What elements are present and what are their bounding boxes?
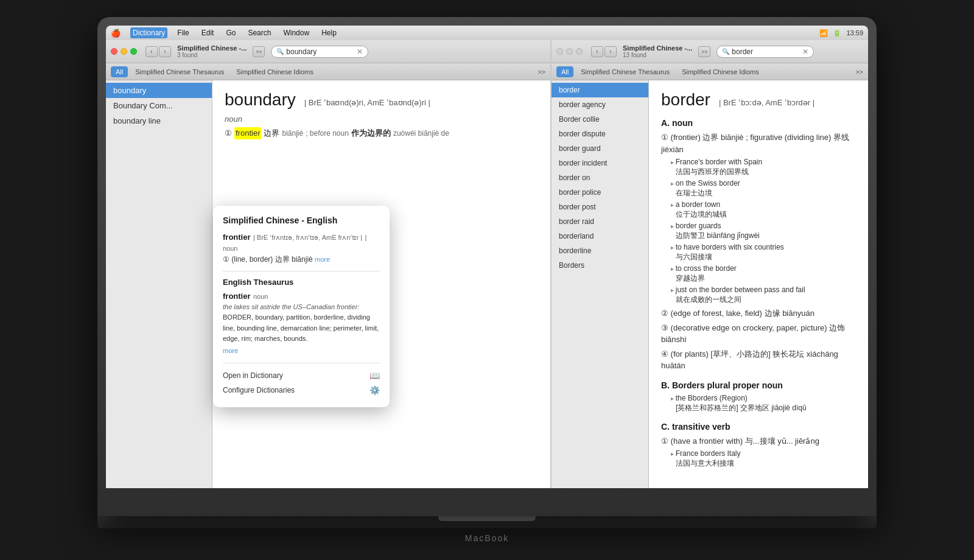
right-sidebar-border-dispute[interactable]: border dispute: [552, 127, 648, 141]
right-ex1d: border guards: [671, 222, 856, 230]
def-num-1: ①: [225, 127, 232, 139]
tab-idioms-right[interactable]: Simplified Chinese Idioms: [677, 66, 764, 77]
right-def-3: ③ (decorative edge on crockery, paper, p…: [661, 322, 856, 346]
right-traffic-lights: [556, 48, 583, 55]
right-sidebar-border-agency[interactable]: border agency: [552, 97, 648, 112]
popup-more-link[interactable]: more: [315, 256, 330, 263]
right-ex1b: on the Swiss border: [671, 179, 856, 187]
clock: 13:59: [846, 29, 863, 37]
right-ex1d-cn: 边防警卫 biānfáng jǐngwèi: [676, 231, 856, 241]
popup-word: frontier: [223, 233, 251, 242]
menu-file[interactable]: File: [175, 27, 191, 38]
right-sidebar-border-incident[interactable]: border incident: [552, 156, 648, 170]
right-search-text: border: [732, 47, 802, 56]
popup-actions: Open in Dictionary 📖 Configure Dictionar…: [223, 363, 380, 397]
tab-all-left[interactable]: All: [111, 66, 128, 77]
right-def-1: ① (frontier) 边界 biānjiè ; figurative (di…: [661, 131, 856, 155]
configure-dictionaries-button[interactable]: Configure Dictionaries ⚙️: [223, 383, 380, 397]
search-clear-button[interactable]: ✕: [357, 47, 363, 56]
right-sidebar-border-collie[interactable]: Border collie: [552, 112, 648, 127]
menu-go[interactable]: Go: [223, 27, 238, 38]
right-exC-cn: 法国与意大利接壤: [676, 458, 856, 469]
right-sidebar-border-police[interactable]: border police: [552, 185, 648, 200]
right-title-info: Simplified Chinese -... 13 found: [623, 44, 692, 58]
right-sidebar-borderline[interactable]: borderline: [552, 243, 648, 258]
right-close-button[interactable]: [556, 48, 563, 55]
section-a-header: A. noun: [661, 118, 856, 128]
sidebar-item-boundary[interactable]: boundary: [106, 83, 212, 98]
right-search-box[interactable]: 🔍 border ✕: [716, 46, 814, 58]
right-forward-button[interactable]: ›: [604, 46, 617, 57]
right-titlebar: ‹ › Simplified Chinese -... 13 found >> …: [552, 40, 868, 63]
forward-button[interactable]: ›: [159, 46, 171, 57]
popup-def: ① (line, border) 边界 biānjiè more: [223, 254, 380, 265]
tab-thesaurus-right[interactable]: Simplified Chinese Thesaurus: [576, 66, 674, 77]
macbook-label: MacBook: [465, 533, 509, 543]
tab-thesaurus-left[interactable]: Simplified Chinese Thesaurus: [130, 66, 229, 77]
right-sidebar-borderland[interactable]: borderland: [552, 229, 648, 243]
right-sidebar-border[interactable]: border: [552, 83, 648, 97]
tabs-more-right[interactable]: >>: [855, 68, 863, 75]
sidebar-item-boundary-com[interactable]: Boundary Com...: [106, 98, 212, 113]
expand-button[interactable]: >>: [253, 46, 265, 57]
minimize-button[interactable]: [121, 48, 127, 55]
open-in-dictionary-label: Open in Dictionary: [223, 371, 283, 380]
right-search-clear-button[interactable]: ✕: [802, 47, 808, 56]
popup-synonyms: BORDER, boundary, partition, borderline,…: [223, 312, 380, 345]
apple-menu[interactable]: 🍎: [111, 29, 121, 38]
left-tabs-bar: All Simplified Chinese Thesaurus Simplif…: [106, 63, 550, 80]
right-sidebar-border-guard[interactable]: border guard: [552, 141, 648, 156]
open-in-dictionary-icon: 📖: [370, 371, 380, 380]
right-tabs-bar: All Simplified Chinese Thesaurus Simplif…: [552, 63, 868, 80]
open-in-dictionary-button[interactable]: Open in Dictionary 📖: [223, 368, 380, 383]
back-button[interactable]: ‹: [145, 46, 158, 57]
popup-thesaurus-more[interactable]: more: [223, 347, 238, 354]
popup-title: Simplified Chinese - English: [223, 215, 380, 225]
sidebar-item-boundary-line[interactable]: boundary line: [106, 113, 212, 128]
tab-idioms-left[interactable]: Simplified Chinese Idioms: [231, 66, 318, 77]
right-ex1e-cn: 与六国接壤: [676, 252, 856, 262]
close-button[interactable]: [111, 48, 117, 55]
section-c-header: C. transitive verb: [661, 422, 856, 432]
right-minimize-button[interactable]: [566, 48, 573, 55]
right-maximize-button[interactable]: [576, 48, 583, 55]
right-ex1c-cn: 位于边境的城镇: [676, 209, 856, 220]
right-sidebar-border-on[interactable]: border on: [552, 170, 648, 185]
def-connector: ; before noun: [306, 128, 349, 139]
right-ex1a: France's border with Spain: [671, 158, 856, 166]
def-bold-chinese: 作为边界的: [351, 127, 391, 139]
menu-search[interactable]: Search: [245, 27, 273, 38]
left-title-info: Simplified Chinese -... 3 found: [177, 44, 247, 58]
search-icon: 🔍: [276, 48, 284, 55]
right-word-title: border: [661, 90, 710, 110]
right-ex1g: just on the border between pass and fail: [671, 285, 856, 294]
left-search-box[interactable]: 🔍 boundary ✕: [271, 46, 368, 58]
right-expand-button[interactable]: >>: [698, 46, 710, 57]
maximize-button[interactable]: [130, 48, 137, 55]
right-ex1c: a border town: [671, 200, 856, 209]
menu-edit[interactable]: Edit: [199, 27, 217, 38]
tab-all-right[interactable]: All: [556, 66, 573, 77]
right-ex1a-cn: 法国与西班牙的国界线: [676, 167, 856, 177]
right-sidebar-border-post[interactable]: border post: [552, 200, 648, 214]
right-ex1g-cn: 就在成败的一线之间: [676, 295, 856, 305]
popup-thesaurus-title: English Thesaurus: [223, 278, 380, 287]
right-ex1e: to have borders with six countries: [671, 243, 856, 251]
menu-dictionary[interactable]: Dictionary: [130, 27, 167, 38]
right-defC: ① (have a frontier with) 与...接壤 yǔ... ji…: [661, 435, 856, 447]
right-back-button[interactable]: ‹: [591, 46, 603, 57]
tabs-more-left[interactable]: >>: [538, 68, 545, 75]
menubar-right: 📶 🔋 13:59: [819, 29, 863, 37]
menu-window[interactable]: Window: [281, 27, 312, 38]
popup-thesaurus-word-section: frontier noun: [223, 290, 380, 301]
right-sidebar-borders[interactable]: Borders: [552, 258, 648, 273]
popup-example: the lakes sit astride the US–Canadian fr…: [223, 303, 380, 310]
popup-pron: | BrE ˈfrʌntɪə, frʌnˈtɪə, AmE frʌnˈtɪr |: [253, 234, 362, 241]
right-search-icon: 🔍: [722, 48, 729, 55]
right-sidebar-border-raid[interactable]: border raid: [552, 214, 648, 229]
left-sidebar: boundary Boundary Com... boundary line: [106, 80, 212, 488]
laptop-notch: [438, 516, 536, 521]
battery-icon: 🔋: [833, 29, 841, 37]
right-window: ‹ › Simplified Chinese -... 13 found >> …: [552, 40, 868, 488]
menu-help[interactable]: Help: [319, 27, 339, 38]
